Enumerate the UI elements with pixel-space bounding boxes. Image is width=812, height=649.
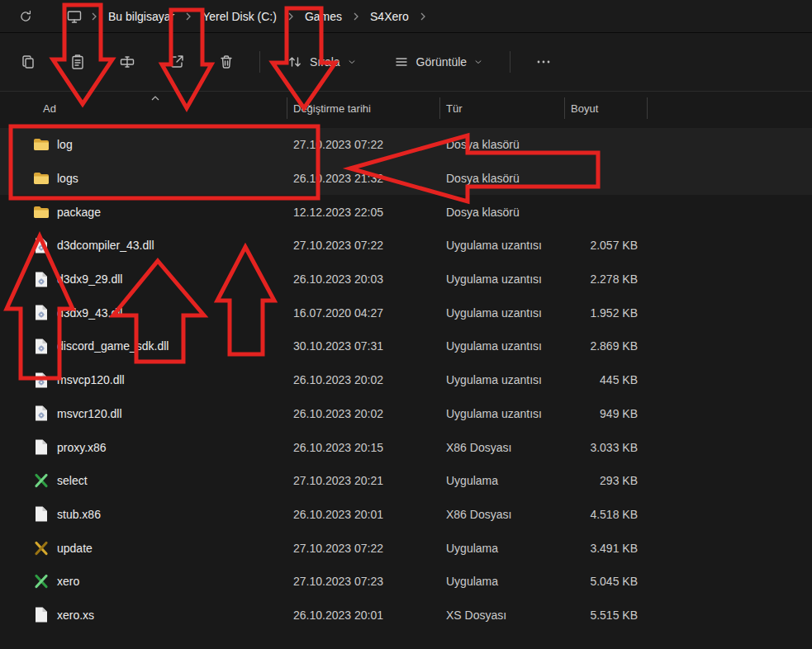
file-name: msvcp120.dll bbox=[57, 373, 125, 386]
more-options-button[interactable] bbox=[527, 45, 560, 78]
file-type: Uygulama bbox=[440, 474, 565, 487]
breadcrumb-item-this-pc[interactable]: Bu bilgisayar bbox=[101, 6, 182, 27]
breadcrumb-item-s4xero[interactable]: S4Xero bbox=[363, 6, 416, 27]
file-name: update bbox=[57, 542, 93, 555]
file-type: Uygulama uzantısı bbox=[440, 339, 565, 353]
delete-icon bbox=[218, 54, 235, 70]
file-date: 27.10.2023 07:22 bbox=[287, 542, 440, 555]
file-type: Uygulama uzantısı bbox=[440, 272, 565, 286]
table-row[interactable]: select 27.10.2023 20:21 Uygulama 293 KB bbox=[0, 464, 812, 498]
chevron-right-icon bbox=[349, 12, 363, 21]
command-toolbar: Sırala Görüntüle bbox=[0, 33, 812, 92]
sort-label: Sırala bbox=[310, 55, 340, 69]
file-icon bbox=[33, 506, 50, 523]
table-row[interactable]: xero.xs 26.10.2023 20:01 XS Dosyası 5.51… bbox=[0, 599, 812, 632]
file-size: 2.278 KB bbox=[565, 272, 648, 286]
file-type: X86 Dosyası bbox=[440, 508, 565, 521]
table-row[interactable]: discord_game_sdk.dll 30.10.2023 07:31 Uy… bbox=[0, 329, 812, 363]
file-date: 26.10.2023 20:02 bbox=[287, 407, 440, 420]
table-row[interactable]: log 27.10.2023 07:22 Dosya klasörü bbox=[0, 128, 812, 162]
file-date: 27.10.2023 07:22 bbox=[287, 138, 440, 151]
column-header-date[interactable]: Değiştirme tarihi bbox=[287, 97, 440, 119]
file-name: package bbox=[57, 206, 101, 219]
file-name: stub.x86 bbox=[57, 508, 101, 521]
file-size: 2.057 KB bbox=[565, 239, 648, 252]
file-date: 16.07.2020 04:27 bbox=[287, 306, 440, 320]
table-row[interactable]: d3dcompiler_43.dll 27.10.2023 07:22 Uygu… bbox=[0, 229, 812, 263]
table-row[interactable]: msvcr120.dll 26.10.2023 20:02 Uygulama u… bbox=[0, 397, 812, 431]
toolbar-separator bbox=[259, 51, 260, 73]
file-explorer-window: Bu bilgisayar Yerel Disk (C:) Games S4Xe… bbox=[0, 0, 812, 649]
table-row[interactable]: d3dx9_43.dll 16.07.2020 04:27 Uygulama u… bbox=[0, 296, 812, 329]
delete-button[interactable] bbox=[210, 45, 243, 78]
file-name: proxy.x86 bbox=[57, 441, 107, 454]
app-icon bbox=[33, 540, 50, 557]
file-type: Uygulama bbox=[440, 542, 565, 555]
table-row[interactable]: d3dx9_29.dll 26.10.2023 20:03 Uygulama u… bbox=[0, 263, 812, 296]
dll-file-icon bbox=[33, 372, 50, 388]
file-date: 12.12.2023 22:05 bbox=[287, 206, 440, 219]
paste-button[interactable] bbox=[61, 45, 94, 78]
file-size: 949 KB bbox=[565, 407, 648, 420]
chevron-right-icon bbox=[416, 12, 430, 21]
view-button[interactable]: Görüntüle bbox=[383, 45, 493, 78]
toolbar-separator bbox=[510, 51, 510, 73]
file-name: log bbox=[57, 138, 73, 151]
file-date: 27.10.2023 07:22 bbox=[287, 239, 440, 252]
table-row[interactable]: xero 27.10.2023 07:23 Uygulama 5.045 KB bbox=[0, 565, 812, 599]
this-pc-icon[interactable] bbox=[61, 5, 88, 28]
file-type: Uygulama uzantısı bbox=[440, 407, 565, 420]
file-size: 5.515 KB bbox=[565, 609, 648, 622]
sort-icon bbox=[287, 54, 303, 70]
sort-button[interactable]: Sırala bbox=[277, 45, 367, 78]
sort-caret-icon bbox=[151, 92, 159, 102]
file-name: d3dx9_29.dll bbox=[57, 272, 122, 286]
table-row[interactable]: package 12.12.2023 22:05 Dosya klasörü bbox=[0, 195, 812, 229]
file-type: XS Dosyası bbox=[440, 609, 565, 622]
file-name: d3dcompiler_43.dll bbox=[57, 239, 154, 252]
rename-icon bbox=[119, 54, 135, 70]
file-size: 3.491 KB bbox=[565, 542, 648, 555]
rename-button[interactable] bbox=[111, 45, 144, 78]
table-row[interactable]: proxy.x86 26.10.2023 20:15 X86 Dosyası 3… bbox=[0, 430, 812, 464]
app-icon bbox=[33, 472, 50, 489]
file-type: Uygulama uzantısı bbox=[440, 239, 565, 252]
table-row[interactable]: update 27.10.2023 07:22 Uygulama 3.491 K… bbox=[0, 531, 812, 565]
file-name: msvcr120.dll bbox=[57, 407, 122, 420]
refresh-button[interactable] bbox=[12, 3, 40, 30]
file-type: X86 Dosyası bbox=[440, 441, 565, 454]
file-icon bbox=[33, 439, 50, 456]
file-date: 26.10.2023 20:02 bbox=[287, 373, 440, 386]
file-size: 3.033 KB bbox=[565, 441, 648, 454]
view-icon bbox=[393, 54, 410, 70]
file-name: xero.xs bbox=[57, 609, 94, 622]
file-date: 26.10.2023 20:01 bbox=[287, 508, 440, 521]
dll-file-icon bbox=[33, 338, 50, 354]
copy-icon bbox=[20, 54, 36, 70]
file-date: 27.10.2023 20:21 bbox=[287, 474, 440, 487]
file-name: logs bbox=[57, 172, 78, 185]
breadcrumb: Bu bilgisayar Yerel Disk (C:) Games S4Xe… bbox=[61, 5, 430, 28]
table-row[interactable]: stub.x86 26.10.2023 20:01 X86 Dosyası 4.… bbox=[0, 498, 812, 532]
file-type: Dosya klasörü bbox=[440, 138, 565, 151]
breadcrumb-item-games[interactable]: Games bbox=[297, 6, 349, 27]
share-button[interactable] bbox=[160, 45, 193, 78]
file-size: 1.952 KB bbox=[565, 306, 648, 320]
table-row[interactable]: logs 26.10.2023 21:32 Dosya klasörü bbox=[0, 162, 812, 196]
copy-button[interactable] bbox=[12, 45, 45, 78]
chevron-right-icon bbox=[88, 12, 101, 21]
dll-file-icon bbox=[33, 305, 50, 321]
refresh-icon bbox=[18, 9, 33, 24]
table-row[interactable]: msvcp120.dll 26.10.2023 20:02 Uygulama u… bbox=[0, 363, 812, 397]
column-header-name[interactable]: Ad bbox=[23, 97, 287, 119]
chevron-right-icon bbox=[182, 12, 195, 21]
dll-file-icon bbox=[33, 405, 50, 422]
file-date: 27.10.2023 07:23 bbox=[287, 575, 440, 588]
column-header-size[interactable]: Boyut bbox=[565, 97, 648, 119]
file-size: 445 KB bbox=[565, 373, 648, 386]
file-size: 293 KB bbox=[565, 474, 648, 487]
breadcrumb-item-local-disk-c[interactable]: Yerel Disk (C:) bbox=[195, 6, 284, 27]
file-date: 26.10.2023 20:01 bbox=[287, 609, 440, 622]
column-header-type[interactable]: Tür bbox=[440, 97, 565, 119]
column-headers: Ad Değiştirme tarihi Tür Boyut bbox=[0, 92, 812, 125]
